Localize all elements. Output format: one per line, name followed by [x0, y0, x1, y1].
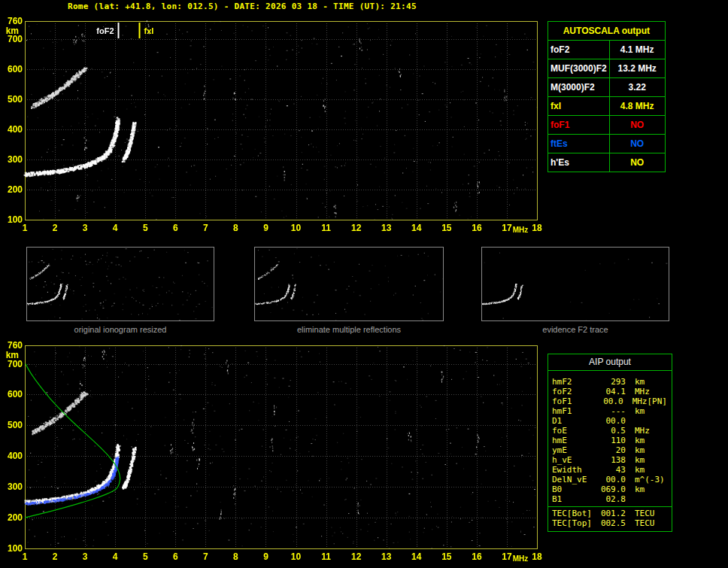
aip-tec-rows: TEC[Bot]001.2TECUTEC[Top]002.5TECU [548, 509, 672, 528]
autoscala-row-M(3000)F2: M(3000)F23.22 [548, 78, 666, 97]
thumbnail-evidence-f2-trace [481, 247, 669, 321]
autoscala-row-label: foF1 [548, 116, 610, 135]
autoscala-row-label: fxI [548, 97, 610, 116]
aip-row-unit: MHz [632, 396, 648, 406]
aip-row-TEC[Top]: TEC[Top]002.5TECU [548, 518, 672, 528]
aip-row-value: 00.0 [597, 416, 626, 426]
aip-row-B0: B0069.0km [548, 484, 672, 494]
aip-row-Ewidth: Ewidth43km [548, 465, 672, 475]
aip-separator-line [548, 506, 672, 507]
aip-row-flag: [PN] [648, 396, 669, 406]
aip-row-value: 002.5 [597, 518, 626, 528]
autoscala-row-label: MUF(3000)F2 [548, 59, 610, 78]
autoscala-row-label: foF2 [548, 41, 610, 59]
aip-row-value: 001.2 [597, 509, 626, 518]
aip-row-label: TEC[Top] [552, 518, 597, 528]
aip-row-value: --- [597, 406, 626, 416]
aip-row-value: 00.0 [597, 475, 626, 484]
aip-row-value: 04.1 [597, 387, 626, 396]
autoscala-row-foF2: foF24.1 MHz [548, 41, 666, 59]
autoscala-row-ftEs: ftEsNO [548, 135, 666, 153]
aip-row-unit: TECU [635, 509, 655, 518]
thumbnail-evidence-f2-trace-canvas [482, 248, 669, 320]
aip-row-value: 069.0 [597, 484, 626, 494]
thumbnail-eliminate-reflections [254, 247, 444, 321]
aip-row-hmF1: hmF1---km [548, 406, 672, 416]
autoscala-row-value: NO [609, 153, 665, 172]
aip-row-value: 00.0 [596, 396, 623, 406]
aip-row-h_vE: h_vE138km [548, 455, 672, 465]
aip-row-label: hmE [552, 436, 597, 445]
aip-row-label: foF2 [552, 387, 597, 396]
aip-row-unit: m^(-3) [635, 475, 665, 484]
autoscala-row-h'Es: h'EsNO [548, 153, 666, 172]
aip-row-ymE: ymE20km [548, 445, 672, 455]
autoscala-output-table: AUTOSCALA output foF24.1 MHzMUF(3000)F21… [548, 21, 666, 172]
thumbnail-original-ionogram-canvas [27, 248, 214, 320]
aip-row-label: hmF1 [552, 406, 597, 416]
aip-row-hmE: hmE110km [548, 436, 672, 445]
aip-row-label: TEC[Bot] [552, 509, 597, 518]
autoscala-header-row: AUTOSCALA output [548, 22, 666, 41]
aip-row-unit: km [635, 484, 645, 494]
autoscala-row-value: 13.2 MHz [609, 59, 665, 78]
aip-row-label: B0 [552, 484, 597, 494]
autoscala-row-MUF(3000)F2: MUF(3000)F213.2 MHz [548, 59, 666, 78]
thumbnail-caption-original: original ionogram resized [26, 325, 214, 334]
autoscala-row-value: 3.22 [609, 78, 665, 97]
aip-row-value: 293 [597, 377, 626, 387]
aip-row-label: foF1 [552, 396, 596, 406]
aip-row-value: 20 [597, 445, 626, 455]
aip-row-unit: km [635, 377, 645, 387]
aip-row-label: ymE [552, 445, 597, 455]
thumbnail-original-ionogram [26, 247, 214, 321]
autoscala-row-fxI: fxI4.8 MHz [548, 97, 666, 116]
thumbnail-eliminate-reflections-canvas [255, 248, 443, 320]
aip-row-unit: km [635, 465, 645, 475]
aip-row-unit: km [635, 436, 645, 445]
main-ionogram-canvas [0, 15, 545, 238]
aip-row-unit: km [635, 445, 645, 455]
aip-row-value: 0.5 [597, 426, 626, 436]
aip-row-unit: km [635, 455, 645, 465]
autoscala-row-label: M(3000)F2 [548, 78, 610, 97]
autoscala-row-label: ftEs [548, 135, 610, 153]
aip-row-unit: km [635, 406, 645, 416]
autoscala-row-value: 4.1 MHz [609, 41, 665, 59]
aip-row-value: 138 [597, 455, 626, 465]
profile-ionogram-canvas [0, 340, 545, 568]
aip-row-value: 110 [597, 436, 626, 445]
aip-header: AIP output [548, 354, 672, 371]
aip-row-label: D1 [552, 416, 597, 426]
aip-row-hmF2: hmF2293km [548, 377, 672, 387]
aip-row-B1: B102.8 [548, 494, 672, 504]
station-title: Rome (lat: +41.8, lon: 012.5) - DATE: 20… [68, 2, 417, 11]
aip-row-foE: foE0.5MHz [548, 426, 672, 436]
aip-row-unit: MHz [635, 426, 650, 436]
aip-row-unit: MHz [635, 387, 650, 396]
aip-row-label: h_vE [552, 455, 597, 465]
thumbnail-caption-evidence: evidence F2 trace [481, 325, 669, 334]
autoscala-row-value: 4.8 MHz [609, 97, 665, 116]
aip-row-unit: TECU [635, 518, 655, 528]
aip-row-value: 02.8 [597, 494, 626, 504]
autoscala-row-label: h'Es [548, 153, 610, 172]
aip-row-label: B1 [552, 494, 597, 504]
aip-output-table: AIP output hmF2293kmfoF204.1MHzfoF100.0M… [548, 354, 672, 532]
aip-row-label: DelN_vE [552, 475, 597, 484]
aip-rows: hmF2293kmfoF204.1MHzfoF100.0MHz[PN]hmF1-… [548, 377, 672, 504]
aip-row-D1: D100.0 [548, 416, 672, 426]
aip-row-foF2: foF204.1MHz [548, 387, 672, 396]
thumbnail-caption-eliminate: eliminate multiple reflections [254, 325, 444, 334]
aip-row-label: foE [552, 426, 597, 436]
autoscala-header: AUTOSCALA output [548, 22, 666, 41]
aip-row-foF1: foF100.0MHz[PN] [548, 396, 672, 406]
aip-row-label: Ewidth [552, 465, 597, 475]
aip-row-label: hmF2 [552, 377, 597, 387]
aip-row-value: 43 [597, 465, 626, 475]
autoscala-row-foF1: foF1NO [548, 116, 666, 135]
autoscala-app: { "title": "Rome (lat: +41.8, lon: 012.5… [0, 0, 728, 568]
aip-row-DelN_vE: DelN_vE00.0m^(-3) [548, 475, 672, 484]
aip-row-TEC[Bot]: TEC[Bot]001.2TECU [548, 509, 672, 518]
autoscala-row-value: NO [609, 116, 665, 135]
